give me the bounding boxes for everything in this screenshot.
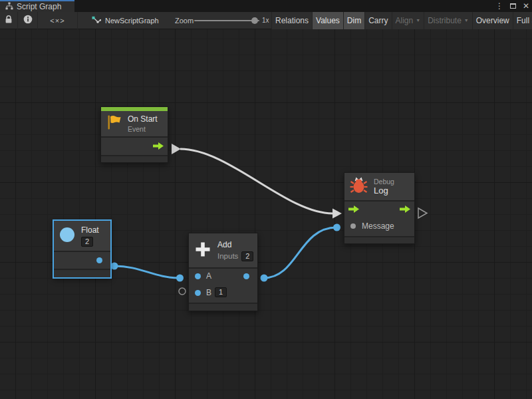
- node-header: On Start Event: [101, 111, 168, 136]
- overview-label: Overview: [476, 12, 509, 29]
- graph-nodes-icon: [92, 16, 101, 26]
- fullscreen-label: Full Screen: [517, 12, 532, 29]
- unconnected-flow-triangle[interactable]: [418, 208, 427, 218]
- toolbar: <×> NewScriptGraph Zoom 1x Relations: [0, 12, 532, 29]
- align-button[interactable]: Align ▼: [392, 12, 424, 29]
- carry-label: Carry: [368, 12, 388, 29]
- node-add[interactable]: Add Inputs 2 A B 1: [188, 233, 258, 311]
- lock-button[interactable]: [0, 12, 18, 29]
- port-b-label: B: [206, 288, 211, 297]
- wire-endpoint-dot[interactable]: [111, 263, 118, 270]
- flow-input-arrow-icon[interactable]: [348, 203, 359, 215]
- flow-output-arrow-icon[interactable]: [400, 203, 410, 215]
- port-b-input[interactable]: [195, 290, 201, 296]
- node-body: [101, 138, 168, 155]
- distribute-button[interactable]: Distribute ▼: [424, 12, 472, 29]
- wire-endpoint-dot[interactable]: [333, 224, 340, 231]
- zoom-slider-handle[interactable]: [251, 17, 258, 24]
- wire-arrowhead: [332, 209, 342, 219]
- node-title: Log: [374, 186, 394, 196]
- dim-label: Dim: [347, 12, 361, 29]
- info-icon: [23, 15, 33, 27]
- fullscreen-button[interactable]: Full Screen: [513, 12, 532, 29]
- node-on-start[interactable]: On Start Event: [100, 106, 168, 163]
- window-controls: ⋮ ✕: [495, 0, 529, 12]
- zoom-label: Zoom: [175, 12, 194, 29]
- node-header: Float 2: [54, 221, 110, 251]
- port-a-row: A: [189, 269, 257, 284]
- align-label: Align: [396, 12, 414, 29]
- flow-output-arrow-icon[interactable]: [153, 140, 164, 152]
- hierarchy-graph-icon: [5, 2, 13, 12]
- add-output-port[interactable]: [243, 273, 249, 279]
- node-title: On Start: [128, 114, 158, 124]
- wire-endpoint-dot[interactable]: [176, 275, 184, 282]
- node-float[interactable]: Float 2: [53, 220, 111, 278]
- node-title: Add: [217, 240, 253, 249]
- carry-button[interactable]: Carry: [364, 12, 391, 29]
- node-subtitle: Event: [128, 125, 158, 133]
- bug-icon: [350, 176, 368, 197]
- node-footer: [189, 304, 257, 311]
- distribute-label: Distribute: [428, 12, 462, 29]
- relations-button[interactable]: Relations: [271, 12, 312, 29]
- toolbar-buttons: Relations Values Dim Carry Align ▼ Distr…: [271, 12, 532, 29]
- code-icon: <×>: [50, 17, 65, 25]
- flag-icon: [106, 114, 122, 133]
- flow-ports-row: [344, 201, 414, 217]
- tab-bar: Script Graph ⋮ ✕: [0, 0, 532, 12]
- code-view-button[interactable]: <×>: [38, 12, 78, 29]
- node-header: Add Inputs 2: [189, 233, 257, 267]
- float-output-port[interactable]: [96, 257, 102, 263]
- script-graph-window: Script Graph ⋮ ✕: [0, 0, 532, 399]
- port-a-input[interactable]: [195, 273, 201, 279]
- graph-name-label: NewScriptGraph: [105, 17, 159, 25]
- info-button[interactable]: [18, 12, 38, 29]
- overview-button[interactable]: Overview: [472, 12, 513, 29]
- wire-onstart-to-debug[interactable]: [180, 149, 332, 213]
- node-debug-log[interactable]: Debug Log Message: [344, 172, 415, 244]
- node-header: Debug Log: [344, 173, 414, 200]
- node-footer: [54, 270, 110, 277]
- float-circle-icon: [59, 227, 75, 245]
- chevron-down-icon: ▼: [464, 12, 469, 29]
- port-a-label: A: [206, 271, 211, 281]
- message-port-label: Message: [362, 221, 394, 231]
- graph-canvas[interactable]: On Start Event: [0, 29, 532, 399]
- toolbar-left-group: <×>: [0, 12, 78, 29]
- graph-name-button[interactable]: NewScriptGraph: [86, 12, 159, 29]
- unconnected-port-circle[interactable]: [179, 288, 186, 295]
- chevron-down-icon: ▼: [416, 12, 420, 29]
- node-footer: [344, 237, 414, 243]
- node-body: [54, 252, 110, 269]
- message-input-port[interactable]: [350, 223, 356, 229]
- zoom-value: 1x: [262, 12, 269, 29]
- wire-endpoint-dot[interactable]: [261, 275, 268, 282]
- inputs-count-field[interactable]: 2: [241, 251, 253, 261]
- dim-button[interactable]: Dim: [343, 12, 364, 29]
- node-footer: [101, 156, 168, 162]
- tab-script-graph[interactable]: Script Graph: [0, 0, 74, 12]
- node-title: Float: [81, 225, 99, 235]
- float-value-field[interactable]: 2: [81, 237, 93, 247]
- relations-label: Relations: [275, 12, 309, 29]
- node-category: Debug: [374, 178, 394, 186]
- menu-ellipsis-icon[interactable]: ⋮: [495, 0, 503, 12]
- zoom-slider[interactable]: [194, 20, 259, 21]
- wires-layer: [0, 29, 532, 399]
- message-port-row: Message: [344, 217, 414, 236]
- maximize-icon[interactable]: [510, 3, 516, 9]
- close-icon[interactable]: ✕: [523, 0, 529, 12]
- flow-output-port-triangle[interactable]: [172, 144, 181, 154]
- wire-add-to-debug-message[interactable]: [264, 227, 336, 278]
- values-label: Values: [316, 12, 340, 29]
- tab-title: Script Graph: [17, 2, 61, 11]
- inputs-label: Inputs: [217, 252, 238, 260]
- plus-icon: [194, 241, 211, 261]
- values-button[interactable]: Values: [312, 12, 343, 29]
- lock-icon: [5, 15, 13, 27]
- wire-float-to-add-a[interactable]: [114, 266, 180, 278]
- port-b-value-field[interactable]: 1: [215, 287, 227, 297]
- port-b-row: B 1: [189, 284, 257, 303]
